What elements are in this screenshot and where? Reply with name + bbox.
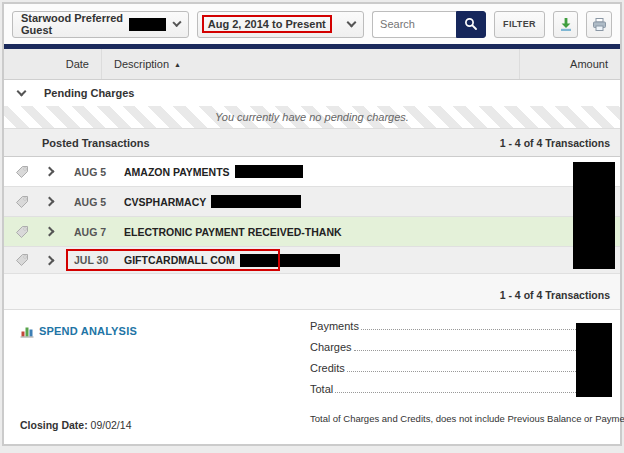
transaction-date: AUG 7	[66, 226, 124, 238]
toolbar: Starwood Preferred Guest Aug 2, 2014 to …	[4, 4, 620, 44]
print-button[interactable]	[586, 11, 612, 38]
redacted-account-number	[129, 18, 166, 31]
posted-transactions-header: Posted Transactions 1 - 4 of 4 Transacti…	[4, 128, 620, 157]
closing-date: Closing Date: 09/02/14	[20, 419, 131, 431]
closing-date-value: 09/02/14	[91, 419, 132, 431]
filter-button-label: FILTER	[503, 19, 536, 29]
summary-row-payments: Payments	[310, 320, 612, 341]
column-header-date-label: Date	[66, 58, 89, 70]
column-header-description[interactable]: Description ▲	[102, 49, 520, 79]
date-range-label: Aug 2, 2014 to Present	[208, 18, 326, 30]
redacted-description-detail	[240, 254, 340, 267]
column-header-date[interactable]: Date	[4, 49, 102, 79]
account-dropdown[interactable]: Starwood Preferred Guest	[12, 11, 189, 38]
date-range-dropdown[interactable]: Aug 2, 2014 to Present	[197, 11, 364, 38]
redacted-summary-amounts	[576, 323, 612, 397]
expand-row-button[interactable]	[40, 257, 66, 264]
pending-empty-message: You currently have no pending charges.	[215, 111, 409, 123]
transaction-date: AUG 5	[66, 196, 124, 208]
pending-charges-toggle[interactable]: Pending Charges	[4, 80, 620, 106]
tag-icon	[15, 195, 29, 209]
search-button[interactable]	[456, 11, 486, 38]
tag-icon	[15, 165, 29, 179]
closing-date-label: Closing Date:	[20, 419, 88, 431]
transaction-date: AUG 5	[66, 166, 124, 178]
summary-row-charges: Charges	[310, 341, 612, 362]
transaction-row[interactable]: AUG 7 ELECTRONIC PAYMENT RECEIVED-THANK	[4, 217, 620, 247]
transaction-description: GIFTCARDMALL COM	[124, 254, 235, 266]
posted-transactions-title: Posted Transactions	[4, 137, 150, 149]
summary-label: Credits	[310, 362, 345, 374]
summary-section: SPEND ANALYSIS Payments Charges Credits …	[4, 310, 620, 443]
highlight-box-date-range: Aug 2, 2014 to Present	[202, 15, 332, 33]
download-icon	[559, 17, 573, 32]
summary-row-credits: Credits	[310, 362, 612, 383]
pending-empty-banner: You currently have no pending charges.	[4, 106, 620, 128]
chevron-down-icon	[172, 17, 181, 26]
expand-row-button[interactable]	[40, 168, 66, 175]
summary-note: Total of Charges and Credits, does not i…	[310, 413, 612, 424]
chevron-right-icon	[45, 227, 55, 237]
filter-button[interactable]: FILTER	[494, 11, 545, 38]
dotted-leader	[354, 350, 610, 351]
search-group	[372, 11, 486, 38]
chevron-right-icon	[45, 197, 55, 207]
chevron-down-icon	[347, 17, 357, 27]
chevron-down-icon	[17, 86, 27, 96]
dotted-leader	[335, 392, 610, 393]
table-header: Date Description ▲ Amount	[4, 49, 620, 80]
download-button[interactable]	[553, 11, 579, 38]
transaction-date: JUL 30	[66, 254, 124, 266]
transaction-row[interactable]: AUG 5 AMAZON PAYMENTS	[4, 157, 620, 187]
chevron-right-icon	[45, 167, 55, 177]
transaction-row[interactable]: JUL 30 GIFTCARDMALL COM	[4, 247, 620, 274]
transactions-list: AUG 5 AMAZON PAYMENTS AUG 5 CVSPHARMACY	[4, 157, 620, 274]
expand-row-button[interactable]	[40, 198, 66, 205]
tag-icon	[15, 225, 29, 239]
transactions-footer: 1 - 4 of 4 Transactions	[4, 274, 620, 310]
redacted-description-detail	[211, 195, 301, 208]
search-input[interactable]	[372, 11, 456, 38]
summary-label: Charges	[310, 341, 352, 353]
summary-row-total: Total	[310, 383, 612, 404]
totals-summary: Payments Charges Credits Total Total of …	[310, 320, 612, 424]
transactions-count: 1 - 4 of 4 Transactions	[500, 289, 610, 301]
transaction-description: CVSPHARMACY	[124, 196, 206, 208]
bar-chart-icon	[20, 324, 34, 338]
column-header-amount-label: Amount	[570, 58, 608, 70]
column-header-amount[interactable]: Amount	[520, 49, 620, 79]
print-icon	[592, 17, 607, 32]
transaction-row[interactable]: AUG 5 CVSPHARMACY	[4, 187, 620, 217]
spend-analysis-link[interactable]: SPEND ANALYSIS	[20, 324, 137, 338]
column-header-description-label: Description	[114, 58, 169, 70]
search-icon	[464, 17, 478, 31]
sort-ascending-icon: ▲	[174, 61, 181, 68]
transaction-description: ELECTRONIC PAYMENT RECEIVED-THANK	[124, 226, 342, 238]
tag-icon	[15, 253, 29, 267]
account-dropdown-label: Starwood Preferred Guest	[21, 12, 129, 36]
dotted-leader	[347, 371, 610, 372]
redacted-description-detail	[235, 165, 303, 178]
expand-row-button[interactable]	[40, 228, 66, 235]
pending-charges-title: Pending Charges	[44, 87, 134, 99]
transaction-description: AMAZON PAYMENTS	[124, 166, 230, 178]
summary-label: Payments	[310, 320, 359, 332]
dotted-leader	[361, 329, 610, 330]
redacted-amounts-column	[573, 162, 615, 269]
spend-analysis-label: SPEND ANALYSIS	[39, 325, 137, 337]
chevron-right-icon	[45, 255, 55, 265]
transactions-count: 1 - 4 of 4 Transactions	[500, 137, 620, 149]
summary-label: Total	[310, 383, 333, 395]
transactions-panel: Starwood Preferred Guest Aug 2, 2014 to …	[2, 2, 622, 446]
